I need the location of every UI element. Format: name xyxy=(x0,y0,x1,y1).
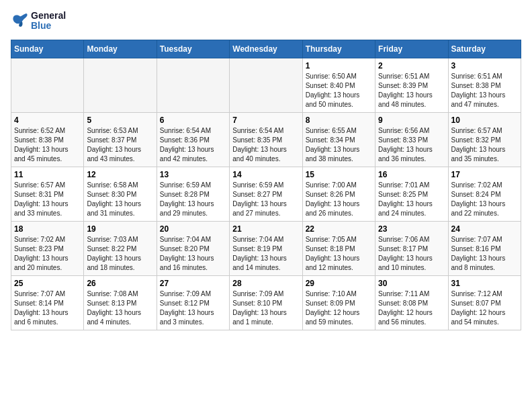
calendar-cell: 27Sunrise: 7:09 AM Sunset: 8:12 PM Dayli… xyxy=(157,275,229,330)
day-number: 14 xyxy=(232,170,299,179)
day-detail: Sunrise: 6:59 AM Sunset: 8:28 PM Dayligh… xyxy=(160,181,226,218)
day-number: 25 xyxy=(14,279,81,288)
calendar-cell: 10Sunrise: 6:57 AM Sunset: 8:32 PM Dayli… xyxy=(448,112,521,167)
day-detail: Sunrise: 6:53 AM Sunset: 8:37 PM Dayligh… xyxy=(87,126,153,164)
header: General Blue xyxy=(11,11,521,32)
day-detail: Sunrise: 7:07 AM Sunset: 8:14 PM Dayligh… xyxy=(14,289,81,327)
day-number: 11 xyxy=(14,170,81,179)
day-number: 23 xyxy=(378,224,445,234)
day-of-week-header: Saturday xyxy=(448,40,521,58)
day-detail: Sunrise: 6:51 AM Sunset: 8:39 PM Dayligh… xyxy=(378,72,445,109)
calendar-cell: 6Sunrise: 6:54 AM Sunset: 8:36 PM Daylig… xyxy=(157,112,229,167)
day-number: 8 xyxy=(306,116,372,125)
calendar-week-row: 25Sunrise: 7:07 AM Sunset: 8:14 PM Dayli… xyxy=(11,275,521,330)
day-number: 10 xyxy=(451,116,518,125)
day-number: 20 xyxy=(160,224,226,234)
calendar-week-row: 4Sunrise: 6:52 AM Sunset: 8:38 PM Daylig… xyxy=(11,112,521,167)
calendar-week-row: 1Sunrise: 6:50 AM Sunset: 8:40 PM Daylig… xyxy=(11,58,521,112)
day-number: 21 xyxy=(232,224,299,234)
logo-wrapper: General Blue xyxy=(11,11,66,32)
day-number: 31 xyxy=(451,279,518,288)
calendar-cell: 22Sunrise: 7:05 AM Sunset: 8:18 PM Dayli… xyxy=(302,221,375,275)
day-detail: Sunrise: 7:09 AM Sunset: 8:10 PM Dayligh… xyxy=(232,289,299,327)
day-detail: Sunrise: 7:01 AM Sunset: 8:25 PM Dayligh… xyxy=(378,181,445,218)
day-number: 22 xyxy=(306,224,372,234)
day-of-week-header: Friday xyxy=(375,40,448,58)
day-number: 17 xyxy=(451,170,518,179)
day-of-week-header: Wednesday xyxy=(230,40,302,58)
calendar-cell: 28Sunrise: 7:09 AM Sunset: 8:10 PM Dayli… xyxy=(230,275,302,330)
calendar-cell: 18Sunrise: 7:02 AM Sunset: 8:23 PM Dayli… xyxy=(11,221,84,275)
calendar-cell: 13Sunrise: 6:59 AM Sunset: 8:28 PM Dayli… xyxy=(157,167,229,221)
calendar-cell: 30Sunrise: 7:11 AM Sunset: 8:08 PM Dayli… xyxy=(375,275,448,330)
calendar-header-row: SundayMondayTuesdayWednesdayThursdayFrid… xyxy=(11,40,521,58)
day-detail: Sunrise: 7:04 AM Sunset: 8:19 PM Dayligh… xyxy=(232,235,299,273)
day-detail: Sunrise: 6:52 AM Sunset: 8:38 PM Dayligh… xyxy=(14,126,81,164)
day-of-week-header: Tuesday xyxy=(157,40,229,58)
day-detail: Sunrise: 7:02 AM Sunset: 8:23 PM Dayligh… xyxy=(14,235,81,273)
calendar-table: SundayMondayTuesdayWednesdayThursdayFrid… xyxy=(11,40,521,330)
day-detail: Sunrise: 6:57 AM Sunset: 8:32 PM Dayligh… xyxy=(451,126,518,164)
day-number: 27 xyxy=(160,279,226,288)
day-detail: Sunrise: 7:04 AM Sunset: 8:20 PM Dayligh… xyxy=(160,235,226,273)
calendar-cell: 16Sunrise: 7:01 AM Sunset: 8:25 PM Dayli… xyxy=(375,167,448,221)
calendar-cell: 29Sunrise: 7:10 AM Sunset: 8:09 PM Dayli… xyxy=(302,275,375,330)
calendar-cell: 31Sunrise: 7:12 AM Sunset: 8:07 PM Dayli… xyxy=(448,275,521,330)
calendar-cell: 24Sunrise: 7:07 AM Sunset: 8:16 PM Dayli… xyxy=(448,221,521,275)
calendar-cell: 4Sunrise: 6:52 AM Sunset: 8:38 PM Daylig… xyxy=(11,112,84,167)
day-detail: Sunrise: 6:54 AM Sunset: 8:35 PM Dayligh… xyxy=(232,126,299,164)
day-detail: Sunrise: 7:03 AM Sunset: 8:22 PM Dayligh… xyxy=(87,235,153,273)
day-number: 2 xyxy=(378,61,445,71)
calendar-week-row: 11Sunrise: 6:57 AM Sunset: 8:31 PM Dayli… xyxy=(11,167,521,221)
day-detail: Sunrise: 6:58 AM Sunset: 8:30 PM Dayligh… xyxy=(87,181,153,218)
day-detail: Sunrise: 7:10 AM Sunset: 8:09 PM Dayligh… xyxy=(306,289,372,327)
calendar-body: 1Sunrise: 6:50 AM Sunset: 8:40 PM Daylig… xyxy=(11,58,521,330)
calendar-cell: 1Sunrise: 6:50 AM Sunset: 8:40 PM Daylig… xyxy=(302,58,375,112)
day-of-week-header: Monday xyxy=(84,40,157,58)
calendar-cell: 19Sunrise: 7:03 AM Sunset: 8:22 PM Dayli… xyxy=(84,221,157,275)
day-detail: Sunrise: 7:00 AM Sunset: 8:26 PM Dayligh… xyxy=(306,181,372,218)
calendar-cell: 14Sunrise: 6:59 AM Sunset: 8:27 PM Dayli… xyxy=(230,167,302,221)
calendar-cell: 20Sunrise: 7:04 AM Sunset: 8:20 PM Dayli… xyxy=(157,221,229,275)
calendar-cell xyxy=(84,58,157,112)
day-number: 4 xyxy=(14,116,81,125)
calendar-cell: 15Sunrise: 7:00 AM Sunset: 8:26 PM Dayli… xyxy=(302,167,375,221)
day-number: 7 xyxy=(232,116,299,125)
day-number: 5 xyxy=(87,116,153,125)
calendar-cell: 25Sunrise: 7:07 AM Sunset: 8:14 PM Dayli… xyxy=(11,275,84,330)
calendar-cell: 23Sunrise: 7:06 AM Sunset: 8:17 PM Dayli… xyxy=(375,221,448,275)
day-number: 9 xyxy=(378,116,445,125)
calendar-cell: 17Sunrise: 7:02 AM Sunset: 8:24 PM Dayli… xyxy=(448,167,521,221)
day-detail: Sunrise: 6:50 AM Sunset: 8:40 PM Dayligh… xyxy=(306,72,372,109)
calendar-cell: 3Sunrise: 6:51 AM Sunset: 8:38 PM Daylig… xyxy=(448,58,521,112)
day-number: 26 xyxy=(87,279,153,288)
day-number: 19 xyxy=(87,224,153,234)
day-detail: Sunrise: 6:59 AM Sunset: 8:27 PM Dayligh… xyxy=(232,181,299,218)
day-of-week-header: Sunday xyxy=(11,40,84,58)
day-detail: Sunrise: 7:06 AM Sunset: 8:17 PM Dayligh… xyxy=(378,235,445,273)
day-of-week-header: Thursday xyxy=(302,40,375,58)
calendar-cell: 11Sunrise: 6:57 AM Sunset: 8:31 PM Dayli… xyxy=(11,167,84,221)
logo-blue: Blue xyxy=(31,21,66,31)
calendar-cell xyxy=(11,58,84,112)
day-number: 6 xyxy=(160,116,226,125)
day-number: 18 xyxy=(14,224,81,234)
day-number: 15 xyxy=(306,170,372,179)
day-detail: Sunrise: 7:12 AM Sunset: 8:07 PM Dayligh… xyxy=(451,289,518,327)
day-detail: Sunrise: 7:09 AM Sunset: 8:12 PM Dayligh… xyxy=(160,289,226,327)
day-number: 24 xyxy=(451,224,518,234)
day-number: 30 xyxy=(378,279,445,288)
day-detail: Sunrise: 7:11 AM Sunset: 8:08 PM Dayligh… xyxy=(378,289,445,327)
calendar-cell: 5Sunrise: 6:53 AM Sunset: 8:37 PM Daylig… xyxy=(84,112,157,167)
day-detail: Sunrise: 7:07 AM Sunset: 8:16 PM Dayligh… xyxy=(451,235,518,273)
calendar-cell: 9Sunrise: 6:56 AM Sunset: 8:33 PM Daylig… xyxy=(375,112,448,167)
calendar-week-row: 18Sunrise: 7:02 AM Sunset: 8:23 PM Dayli… xyxy=(11,221,521,275)
day-detail: Sunrise: 6:55 AM Sunset: 8:34 PM Dayligh… xyxy=(306,126,372,164)
day-detail: Sunrise: 6:56 AM Sunset: 8:33 PM Dayligh… xyxy=(378,126,445,164)
calendar-cell xyxy=(230,58,302,112)
day-number: 28 xyxy=(232,279,299,288)
logo-texts: General Blue xyxy=(31,11,66,32)
logo-bird-icon xyxy=(11,11,30,30)
day-number: 29 xyxy=(306,279,372,288)
day-detail: Sunrise: 7:08 AM Sunset: 8:13 PM Dayligh… xyxy=(87,289,153,327)
